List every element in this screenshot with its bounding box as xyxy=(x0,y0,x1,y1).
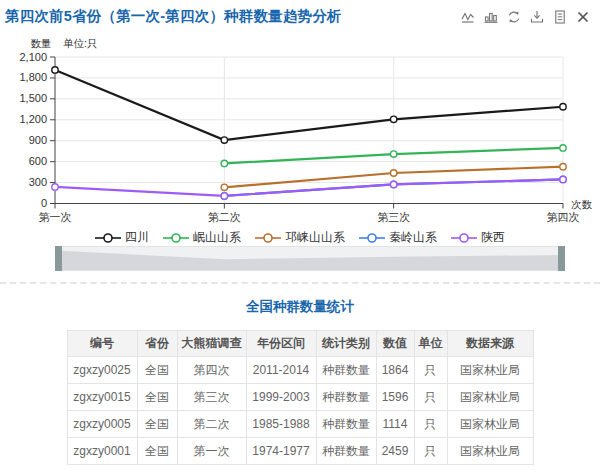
table-cell: 只 xyxy=(414,384,447,411)
table-cell: 1864 xyxy=(376,357,414,384)
table-cell: 1999-2003 xyxy=(246,384,316,411)
table-cell: 全国 xyxy=(137,411,177,438)
panda-statistics-page: 第四次前5省份（第一次-第四次）种群数量趋势分析 xyxy=(0,0,600,473)
x-axis-name: 次数 xyxy=(571,198,593,210)
column-header: 数据来源 xyxy=(447,331,533,357)
legend-marker-icon xyxy=(95,232,121,244)
legend-label: 陕西 xyxy=(481,229,505,246)
legend-item-邛崃山山系[interactable]: 邛崃山山系 xyxy=(255,229,345,246)
legend-item-秦岭山系[interactable]: 秦岭山系 xyxy=(359,229,437,246)
y-axis-tick-label: 900 xyxy=(29,134,47,146)
data-point[interactable] xyxy=(52,67,58,73)
x-axis-tick-label: 第三次 xyxy=(377,211,410,223)
data-point[interactable] xyxy=(560,145,566,151)
table-cell: zgxzy0015 xyxy=(67,384,137,411)
table-cell: 种群数量 xyxy=(316,438,376,465)
legend-label: 岷山山系 xyxy=(193,229,241,246)
column-header: 单位 xyxy=(414,331,447,357)
table-row: zgxzy0001全国第一次1974-1977种群数量2459只国家林业局 xyxy=(67,438,533,465)
column-header: 省份 xyxy=(137,331,177,357)
table-row: zgxzy0025全国第四次2011-2014种群数量1864只国家林业局 xyxy=(67,357,533,384)
legend-marker-icon xyxy=(163,232,189,244)
table-cell: 只 xyxy=(414,357,447,384)
table-cell: 国家林业局 xyxy=(447,357,533,384)
legend-marker-icon xyxy=(359,232,385,244)
data-point[interactable] xyxy=(221,160,227,166)
y-axis-tick-label: 600 xyxy=(29,155,47,167)
data-point[interactable] xyxy=(221,137,227,143)
y-axis-tick-label: 1,500 xyxy=(19,92,47,104)
column-header: 年份区间 xyxy=(246,331,316,357)
table-cell: 全国 xyxy=(137,384,177,411)
table-cell: 第二次 xyxy=(177,411,246,438)
legend-marker-icon xyxy=(255,232,281,244)
table-cell: 种群数量 xyxy=(316,411,376,438)
legend-item-四川[interactable]: 四川 xyxy=(95,229,149,246)
table-title: 全国种群数量统计 xyxy=(0,298,600,316)
x-axis-tick-label: 第一次 xyxy=(39,211,72,223)
legend-label: 邛崃山山系 xyxy=(285,229,345,246)
data-zoom-right-handle[interactable] xyxy=(558,246,565,271)
data-point[interactable] xyxy=(560,163,566,169)
trend-chart-panel: 第四次前5省份（第一次-第四次）种群数量趋势分析 xyxy=(0,0,600,283)
table-cell: 只 xyxy=(414,411,447,438)
table-cell: 1985-1988 xyxy=(246,411,316,438)
y-axis-tick-label: 300 xyxy=(29,176,47,188)
y-axis-name: 数量 xyxy=(31,37,52,49)
column-header: 数值 xyxy=(376,331,414,357)
data-point[interactable] xyxy=(390,116,396,122)
table-cell: 1596 xyxy=(376,384,414,411)
table-cell: 全国 xyxy=(137,438,177,465)
table-cell: 第四次 xyxy=(177,357,246,384)
data-point[interactable] xyxy=(221,193,227,199)
data-point[interactable] xyxy=(390,170,396,176)
data-point[interactable] xyxy=(390,151,396,157)
data-zoom-left-handle[interactable] xyxy=(55,246,62,271)
table-header: 编号省份大熊猫调查年份区间统计类别数值单位数据来源 xyxy=(67,331,533,357)
column-header: 大熊猫调查 xyxy=(177,331,246,357)
table-cell: 只 xyxy=(414,438,447,465)
series-line-四川[interactable] xyxy=(55,70,563,140)
table-cell: 国家林业局 xyxy=(447,384,533,411)
y-axis-unit: 单位:只 xyxy=(63,37,97,49)
trend-line-chart[interactable]: 03006009001,2001,5001,8002,100第一次第二次第三次第… xyxy=(0,0,600,228)
y-axis-tick-label: 1,200 xyxy=(19,113,47,125)
table-cell: 全国 xyxy=(137,357,177,384)
table-cell: zgxzy0001 xyxy=(67,438,137,465)
data-zoom-shadow xyxy=(56,247,564,270)
y-axis-tick-label: 1,800 xyxy=(19,71,47,83)
y-axis-tick-label: 2,100 xyxy=(19,51,47,63)
table-cell: zgxzy0025 xyxy=(67,357,137,384)
table-cell: 第三次 xyxy=(177,384,246,411)
x-axis-tick-label: 第四次 xyxy=(547,211,580,223)
chart-legend: 四川岷山山系邛崃山山系秦岭山系陕西 xyxy=(0,229,600,246)
legend-item-岷山山系[interactable]: 岷山山系 xyxy=(163,229,241,246)
x-axis-tick-label: 第二次 xyxy=(208,211,241,223)
national-stats-panel: 全国种群数量统计 编号省份大熊猫调查年份区间统计类别数值单位数据来源 zgxzy… xyxy=(0,283,600,465)
data-point[interactable] xyxy=(221,184,227,190)
table-cell: 1114 xyxy=(376,411,414,438)
data-zoom-slider[interactable] xyxy=(55,246,565,271)
column-header: 编号 xyxy=(67,331,137,357)
y-axis-tick-label: 0 xyxy=(41,197,47,209)
legend-marker-icon xyxy=(451,232,477,244)
legend-item-陕西[interactable]: 陕西 xyxy=(451,229,505,246)
data-point[interactable] xyxy=(560,176,566,182)
table-cell: 国家林业局 xyxy=(447,411,533,438)
legend-label: 四川 xyxy=(125,229,149,246)
table-cell: 种群数量 xyxy=(316,357,376,384)
table-row: zgxzy0015全国第三次1999-2003种群数量1596只国家林业局 xyxy=(67,384,533,411)
data-point[interactable] xyxy=(52,184,58,190)
table-cell: 国家林业局 xyxy=(447,438,533,465)
column-header: 统计类别 xyxy=(316,331,376,357)
population-table: 编号省份大熊猫调查年份区间统计类别数值单位数据来源 zgxzy0025全国第四次… xyxy=(67,330,534,465)
table-cell: zgxzy0005 xyxy=(67,411,137,438)
data-point[interactable] xyxy=(560,104,566,110)
table-row: zgxzy0005全国第二次1985-1988种群数量1114只国家林业局 xyxy=(67,411,533,438)
table-cell: 2459 xyxy=(376,438,414,465)
table-cell: 2011-2014 xyxy=(246,357,316,384)
legend-label: 秦岭山系 xyxy=(389,229,437,246)
series-line-陕西[interactable] xyxy=(55,179,563,195)
table-cell: 种群数量 xyxy=(316,384,376,411)
data-point[interactable] xyxy=(390,181,396,187)
